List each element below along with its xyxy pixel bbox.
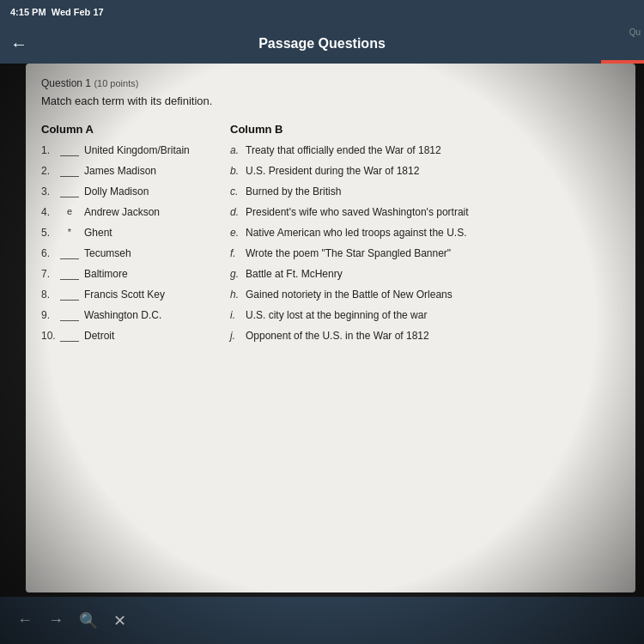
toolbar-close-button[interactable]: ✕ bbox=[113, 611, 126, 630]
list-item: i. U.S. city lost at the beginning of th… bbox=[230, 309, 620, 321]
list-item: a. Treaty that officially ended the War … bbox=[230, 144, 620, 156]
bottom-toolbar: ← → 🔍 ✕ bbox=[0, 597, 644, 644]
app-header: ← Passage Questions Qu bbox=[0, 24, 644, 64]
list-item: d. President's wife who saved Washington… bbox=[230, 206, 620, 218]
list-item: c. Burned by the British bbox=[230, 185, 620, 197]
status-bar: 4:15 PM Wed Feb 17 bbox=[0, 0, 644, 24]
list-item: b. U.S. President during the War of 1812 bbox=[230, 165, 620, 177]
column-a-header: Column A bbox=[41, 123, 213, 136]
header-title: Passage Questions bbox=[258, 36, 386, 52]
list-item: 10. Detroit bbox=[41, 330, 213, 342]
list-item: 4. e Andrew Jackson bbox=[41, 206, 213, 218]
list-item: 2. James Madison bbox=[41, 165, 213, 177]
list-item: g. Battle at Ft. McHenry bbox=[230, 268, 620, 280]
toolbar-back-button[interactable]: ← bbox=[17, 611, 33, 629]
list-item: 6. Tecumseh bbox=[41, 247, 213, 259]
toolbar-forward-button[interactable]: → bbox=[48, 611, 64, 629]
main-content: Question 1 (10 points) Match each term w… bbox=[26, 64, 635, 592]
question-label: Question 1 (10 points) bbox=[41, 77, 620, 89]
list-item: 8. Francis Scott Key bbox=[41, 289, 213, 301]
list-item: f. Wrote the poem "The Star Spangled Ban… bbox=[230, 247, 620, 259]
list-item: e. Native American who led troops agains… bbox=[230, 227, 620, 239]
progress-bar bbox=[601, 60, 644, 64]
column-b: Column B a. Treaty that officially ended… bbox=[230, 123, 620, 350]
column-a: Column A 1. United Kingdom/Britain 2. Ja… bbox=[41, 123, 213, 350]
toolbar-search-button[interactable]: 🔍 bbox=[79, 611, 98, 630]
question-instruction: Match each term with its definition. bbox=[41, 94, 620, 107]
list-item: 7. Baltimore bbox=[41, 268, 213, 280]
list-item: 9. Washington D.C. bbox=[41, 309, 213, 321]
list-item: 1. United Kingdom/Britain bbox=[41, 144, 213, 156]
qu-text: Qu bbox=[629, 27, 641, 37]
list-item: h. Gained notoriety in the Battle of New… bbox=[230, 289, 620, 301]
columns-container: Column A 1. United Kingdom/Britain 2. Ja… bbox=[41, 123, 620, 350]
qu-label: Qu bbox=[629, 24, 644, 64]
status-time: 4:15 PM Wed Feb 17 bbox=[10, 7, 104, 17]
list-item: 5. * Ghent bbox=[41, 227, 213, 239]
column-b-header: Column B bbox=[230, 123, 620, 136]
back-button[interactable]: ← bbox=[10, 34, 27, 54]
list-item: 3. Dolly Madison bbox=[41, 185, 213, 197]
list-item: j. Opponent of the U.S. in the War of 18… bbox=[230, 330, 620, 342]
